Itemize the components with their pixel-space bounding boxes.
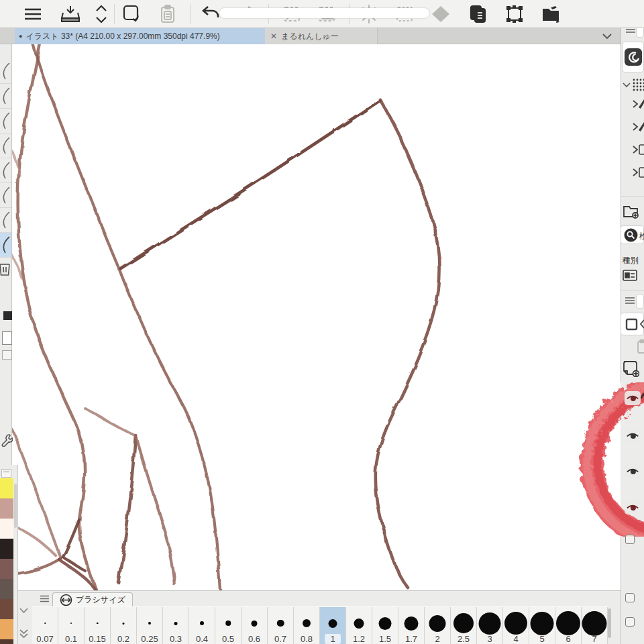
brush-size-scrollbar[interactable]	[608, 608, 611, 638]
clip-studio-logo-icon	[625, 48, 642, 66]
clipboard-icon[interactable]	[156, 3, 179, 25]
tool-item-4[interactable]	[0, 133, 11, 158]
brush-size-0.1[interactable]: 0.1	[58, 607, 85, 644]
brush-size-2[interactable]: 2	[425, 607, 451, 644]
brush-size-0.07[interactable]: 0.07	[32, 607, 58, 644]
brush-size-1[interactable]: 1	[320, 607, 346, 644]
transparent-color-chip[interactable]	[2, 350, 12, 360]
subtool-item-icon	[639, 98, 644, 110]
trash-icon[interactable]	[0, 258, 11, 280]
blend-mode-row[interactable]	[621, 313, 644, 335]
brush-size-0.2[interactable]: 0.2	[111, 607, 137, 644]
brush-size-0.4[interactable]: 0.4	[189, 607, 215, 644]
brush-size-0.15[interactable]: 0.15	[85, 607, 111, 644]
drawing-canvas[interactable]	[12, 44, 621, 590]
brush-dot-icon	[582, 611, 607, 636]
layer-visibility-eye-icon[interactable]	[625, 391, 641, 405]
layer-visibility-eye-icon[interactable]	[625, 464, 641, 478]
tab-document-2[interactable]: ✕ まるれんしゅー	[265, 28, 378, 44]
layer-checkbox[interactable]	[625, 617, 635, 627]
color-swatch-1[interactable]	[0, 478, 13, 498]
brush-size-2.5[interactable]: 2.5	[451, 607, 477, 644]
transform-frame-icon[interactable]	[503, 3, 526, 25]
brush-dot-icon	[277, 620, 284, 627]
new-layer-icon[interactable]	[622, 360, 639, 377]
expand-updown-icon[interactable]	[90, 3, 113, 25]
brush-size-tab[interactable]: ブラシサイズ	[52, 592, 133, 607]
main-color-chip[interactable]	[3, 311, 12, 320]
right-sidebar: 検 種別	[621, 20, 644, 644]
brush-size-6[interactable]: 6	[555, 607, 582, 644]
expand-arrow-icon[interactable]	[632, 168, 639, 177]
close-icon[interactable]: ✕	[270, 32, 277, 41]
collapse-all-chevron-icon[interactable]	[19, 629, 29, 639]
tabbar-collapse-chevron-icon[interactable]	[602, 31, 612, 42]
color-swatch-8[interactable]	[0, 619, 13, 639]
chevron-down-icon[interactable]	[623, 82, 631, 89]
brush-size-0.7[interactable]: 0.7	[268, 607, 294, 644]
search-row[interactable]: 検	[621, 225, 644, 244]
color-swatch-3[interactable]	[0, 519, 13, 539]
panel-menu-icon[interactable]	[40, 595, 49, 602]
color-swatch-6[interactable]	[0, 579, 13, 599]
tool-item-3[interactable]	[0, 109, 11, 133]
undo-icon[interactable]	[199, 3, 221, 25]
brush-size-0.6[interactable]: 0.6	[241, 607, 268, 644]
tab-document-active[interactable]: ● イラスト 33* (A4 210.00 x 297.00mm 350dpi …	[15, 28, 265, 44]
layer-checkbox[interactable]	[625, 535, 635, 544]
color-swatch-4[interactable]	[0, 539, 13, 559]
tool-item-6[interactable]	[0, 183, 11, 208]
brush-size-3[interactable]: 3	[477, 607, 503, 644]
brush-size-4[interactable]: 4	[503, 607, 529, 644]
tool-item-selected[interactable]	[0, 233, 11, 258]
color-swatch-9[interactable]	[0, 639, 13, 644]
brush-size-0.8[interactable]: 0.8	[294, 607, 320, 644]
color-swatch-2[interactable]	[0, 498, 13, 519]
color-swatch-7[interactable]	[0, 599, 13, 619]
toolbar-slider-pill[interactable]	[219, 8, 429, 18]
bucket-icon[interactable]	[429, 3, 452, 25]
brush-size-label: 1.7	[398, 634, 424, 644]
top-toolbar	[0, 0, 644, 28]
brush-size-5[interactable]: 5	[529, 607, 555, 644]
brush-size-0.3[interactable]: 0.3	[163, 607, 189, 644]
brush-size-1.7[interactable]: 1.7	[398, 607, 425, 644]
swatch-scrollbar[interactable]	[14, 484, 17, 528]
tool-item-5[interactable]	[0, 158, 11, 183]
copy-pages-icon[interactable]	[467, 3, 490, 25]
expand-arrow-icon[interactable]	[632, 145, 639, 154]
folder-export-icon[interactable]	[539, 3, 562, 25]
brush-size-label: 0.3	[163, 634, 189, 644]
brush-size-label: 2.5	[451, 634, 476, 644]
brush-size-0.25[interactable]: 0.25	[137, 607, 163, 644]
new-folder-icon[interactable]	[623, 203, 640, 219]
layer-tab-fragment[interactable]	[636, 294, 644, 309]
expand-arrow-icon[interactable]	[632, 99, 639, 109]
brush-group-dots-icon[interactable]	[633, 78, 644, 91]
collapse-chevron-icon[interactable]	[19, 607, 29, 614]
expand-arrow-icon[interactable]	[632, 122, 639, 131]
layer-checkbox[interactable]	[625, 593, 635, 602]
sub-color-chip[interactable]	[2, 331, 12, 345]
tool-item-1[interactable]	[0, 59, 11, 84]
layer-visibility-eye-icon[interactable]	[625, 500, 641, 515]
brush-size-label: 3	[477, 634, 502, 644]
category-card-icon[interactable]	[623, 270, 637, 281]
material-card[interactable]	[622, 42, 644, 72]
brush-size-0.5[interactable]: 0.5	[215, 607, 241, 644]
tool-item-7[interactable]	[0, 208, 11, 233]
layer-panel-menu-icon[interactable]	[625, 297, 635, 305]
brush-size-label: 0.2	[111, 634, 136, 644]
color-swatch-5[interactable]	[0, 559, 13, 579]
layer-visibility-eye-icon[interactable]	[625, 429, 641, 443]
paste-new-icon[interactable]	[121, 3, 144, 25]
wrench-icon[interactable]	[1, 433, 13, 447]
brush-size-label: 0.6	[241, 634, 267, 644]
swatch-panel-tab[interactable]	[1, 469, 11, 478]
brush-size-1.5[interactable]: 1.5	[372, 607, 398, 644]
tool-item-2[interactable]	[0, 84, 11, 109]
brush-size-1.2[interactable]: 1.2	[346, 607, 372, 644]
menu-icon[interactable]	[21, 3, 44, 25]
export-tray-icon[interactable]	[59, 3, 82, 25]
brush-size-7[interactable]: 7	[582, 607, 608, 644]
